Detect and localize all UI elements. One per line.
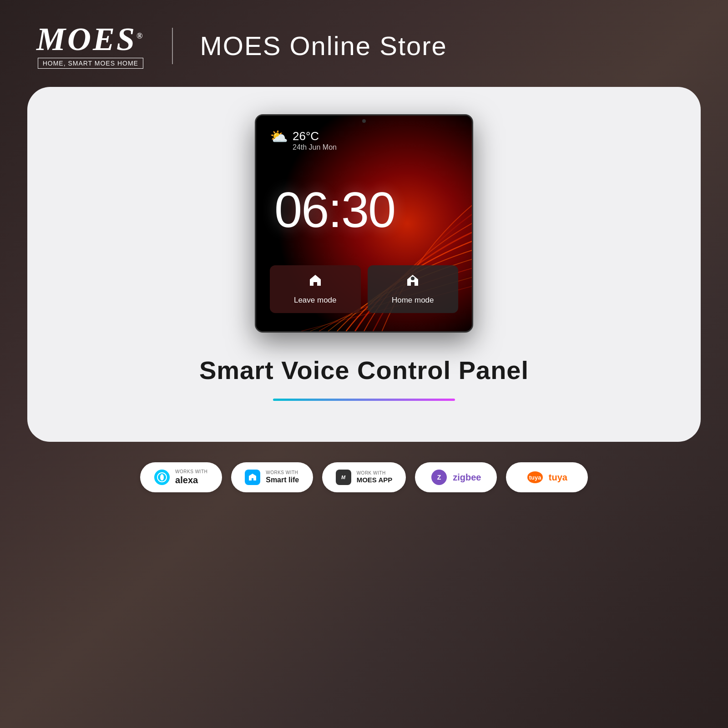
alexa-badge: WORKS WITH alexa: [140, 462, 222, 492]
weather-area: ⛅ 26°C 24th Jun Mon: [270, 129, 458, 152]
tuya-badge: tuya tuya: [506, 462, 588, 492]
mode-buttons: Leave mode Home mode: [270, 265, 458, 313]
weather-temperature: 26°C: [293, 129, 337, 143]
leave-mode-button[interactable]: Leave mode: [270, 265, 361, 313]
device-frame: ⛅ 26°C 24th Jun Mon 06:30 Le: [255, 114, 473, 333]
main-card: ⛅ 26°C 24th Jun Mon 06:30 Le: [27, 87, 701, 442]
weather-date: 24th Jun Mon: [293, 143, 337, 152]
alexa-name: alexa: [175, 475, 198, 485]
moesapp-works-with: WORK WITH: [357, 470, 386, 476]
screen-content: ⛅ 26°C 24th Jun Mon 06:30 Le: [256, 116, 472, 331]
moesapp-name: MOES APP: [357, 476, 393, 484]
zigbee-name: zigbee: [453, 472, 481, 483]
gradient-divider: [273, 399, 455, 401]
tuya-icon: tuya: [527, 469, 543, 485]
smartlife-icon: [245, 470, 260, 485]
weather-icon: ⛅: [270, 129, 288, 144]
weather-info: 26°C 24th Jun Mon: [293, 129, 337, 152]
logo-tagline: HOME, SMART MOES HOME: [38, 58, 143, 69]
zigbee-icon: Z: [431, 469, 447, 485]
zigbee-badge: Z zigbee: [415, 462, 497, 492]
alexa-works-with: WORKS WITH: [175, 469, 207, 475]
smartlife-works-with: WORKS WITH: [266, 470, 298, 475]
product-title: Smart Voice Control Panel: [199, 355, 529, 385]
moesapp-icon: M: [336, 470, 351, 485]
header: MOeS® HOME, SMART MOES HOME MOES Online …: [0, 0, 728, 87]
home-mode-button[interactable]: Home mode: [368, 265, 459, 313]
svg-text:Z: Z: [437, 474, 441, 481]
alexa-icon: [154, 470, 170, 485]
home-mode-icon: [406, 273, 420, 290]
svg-text:tuya: tuya: [529, 474, 541, 481]
store-title: MOES Online Store: [200, 30, 447, 61]
logo-area: MOeS® HOME, SMART MOES HOME: [36, 23, 145, 69]
alexa-text: WORKS WITH alexa: [175, 469, 207, 485]
smartlife-badge: WORKS WITH Smart life: [231, 462, 313, 492]
brand-logo: MOeS®: [36, 23, 145, 56]
clock-time: 06:30: [274, 185, 395, 235]
moesapp-text: WORK WITH MOES APP: [357, 470, 393, 484]
clock-display: 06:30: [270, 154, 458, 265]
leave-mode-icon: [308, 273, 322, 290]
home-mode-label: Home mode: [392, 296, 434, 305]
badges-area: WORKS WITH alexa WORKS WITH Smart life M…: [0, 449, 728, 506]
leave-mode-label: Leave mode: [294, 296, 337, 305]
svg-point-1: [411, 277, 415, 280]
svg-point-3: [160, 474, 164, 480]
tuya-name: tuya: [549, 472, 567, 483]
smartlife-name: Smart life: [266, 475, 299, 484]
moesapp-badge: M WORK WITH MOES APP: [322, 462, 406, 492]
registered-symbol: ®: [136, 31, 144, 40]
header-divider: [172, 28, 173, 64]
smartlife-text: WORKS WITH Smart life: [266, 470, 299, 484]
